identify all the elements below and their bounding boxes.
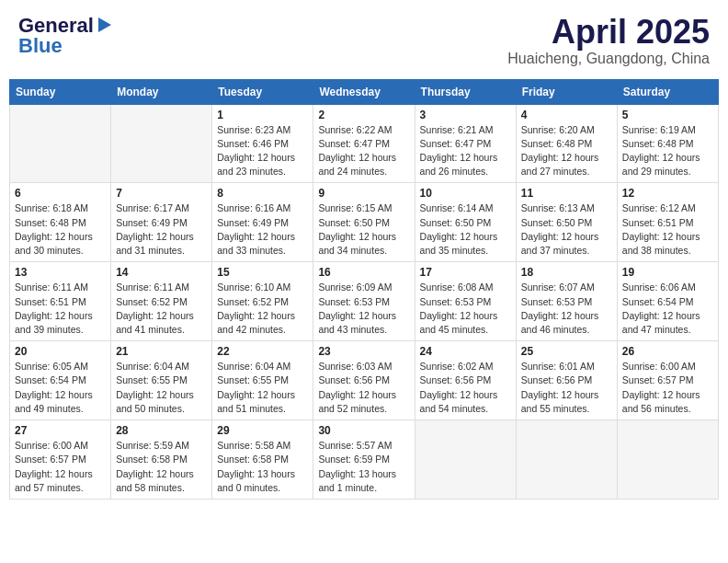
day-number: 13 [15, 266, 106, 279]
day-detail: Sunrise: 6:18 AMSunset: 6:48 PMDaylight:… [15, 201, 106, 258]
logo-triangle-icon [95, 16, 111, 34]
calendar-cell: 19Sunrise: 6:06 AMSunset: 6:54 PMDayligh… [617, 262, 718, 341]
day-number: 24 [420, 345, 511, 358]
day-detail: Sunrise: 5:58 AMSunset: 6:58 PMDaylight:… [217, 439, 308, 495]
day-number: 9 [318, 187, 409, 200]
calendar-cell: 17Sunrise: 6:08 AMSunset: 6:53 PMDayligh… [415, 262, 516, 341]
calendar-cell: 8Sunrise: 6:16 AMSunset: 6:49 PMDaylight… [212, 183, 313, 262]
calendar-cell: 30Sunrise: 5:57 AMSunset: 6:59 PMDayligh… [313, 420, 415, 500]
logo: General Blue [18, 14, 111, 58]
day-number: 1 [217, 109, 308, 121]
day-number: 22 [217, 345, 308, 358]
day-detail: Sunrise: 6:11 AMSunset: 6:52 PMDaylight:… [116, 281, 207, 337]
calendar-cell: 4Sunrise: 6:20 AMSunset: 6:48 PMDaylight… [516, 104, 617, 183]
weekday-header-friday: Friday [516, 79, 617, 104]
weekday-header-sunday: Sunday [10, 79, 111, 104]
calendar-cell: 29Sunrise: 5:58 AMSunset: 6:58 PMDayligh… [212, 420, 313, 500]
day-detail: Sunrise: 5:57 AMSunset: 6:59 PMDaylight:… [318, 439, 409, 495]
day-number: 15 [217, 266, 308, 279]
calendar-cell: 5Sunrise: 6:19 AMSunset: 6:48 PMDaylight… [617, 104, 718, 183]
calendar-cell: 7Sunrise: 6:17 AMSunset: 6:49 PMDaylight… [111, 183, 212, 262]
day-number: 17 [420, 266, 511, 279]
day-number: 8 [217, 187, 308, 200]
day-number: 28 [116, 424, 207, 437]
calendar-cell: 21Sunrise: 6:04 AMSunset: 6:55 PMDayligh… [111, 341, 212, 420]
title-area: April 2025 Huaicheng, Guangdong, China [507, 14, 710, 67]
calendar-cell: 14Sunrise: 6:11 AMSunset: 6:52 PMDayligh… [111, 262, 212, 341]
calendar-cell: 16Sunrise: 6:09 AMSunset: 6:53 PMDayligh… [313, 262, 415, 341]
day-detail: Sunrise: 6:22 AMSunset: 6:47 PMDaylight:… [318, 123, 409, 179]
calendar-cell: 25Sunrise: 6:01 AMSunset: 6:56 PMDayligh… [516, 341, 617, 420]
day-number: 25 [521, 345, 612, 358]
calendar-cell: 3Sunrise: 6:21 AMSunset: 6:47 PMDaylight… [415, 104, 516, 183]
day-number: 11 [521, 187, 612, 200]
calendar-week-row: 1Sunrise: 6:23 AMSunset: 6:46 PMDaylight… [10, 104, 719, 183]
day-number: 20 [15, 345, 106, 358]
day-detail: Sunrise: 6:10 AMSunset: 6:52 PMDaylight:… [217, 281, 308, 337]
weekday-header-monday: Monday [111, 79, 212, 104]
day-number: 6 [15, 187, 106, 200]
calendar-cell: 10Sunrise: 6:14 AMSunset: 6:50 PMDayligh… [415, 183, 516, 262]
weekday-header-saturday: Saturday [617, 79, 718, 104]
day-detail: Sunrise: 6:00 AMSunset: 6:57 PMDaylight:… [15, 439, 106, 495]
weekday-header-thursday: Thursday [415, 79, 516, 104]
month-title: April 2025 [507, 14, 710, 51]
calendar-cell: 9Sunrise: 6:15 AMSunset: 6:50 PMDaylight… [313, 183, 415, 262]
day-number: 27 [15, 424, 106, 437]
calendar-week-row: 6Sunrise: 6:18 AMSunset: 6:48 PMDaylight… [10, 183, 719, 262]
calendar-cell: 15Sunrise: 6:10 AMSunset: 6:52 PMDayligh… [212, 262, 313, 341]
day-number: 5 [622, 109, 713, 121]
calendar-cell: 11Sunrise: 6:13 AMSunset: 6:50 PMDayligh… [516, 183, 617, 262]
calendar-cell: 22Sunrise: 6:04 AMSunset: 6:55 PMDayligh… [212, 341, 313, 420]
day-number: 21 [116, 345, 207, 358]
day-detail: Sunrise: 6:02 AMSunset: 6:56 PMDaylight:… [420, 360, 511, 416]
calendar-header-row: SundayMondayTuesdayWednesdayThursdayFrid… [10, 79, 719, 104]
day-number: 18 [521, 266, 612, 279]
day-number: 7 [116, 187, 207, 200]
calendar-cell: 13Sunrise: 6:11 AMSunset: 6:51 PMDayligh… [10, 262, 111, 341]
day-detail: Sunrise: 6:04 AMSunset: 6:55 PMDaylight:… [116, 360, 207, 416]
day-detail: Sunrise: 6:07 AMSunset: 6:53 PMDaylight:… [521, 281, 612, 337]
calendar-cell: 6Sunrise: 6:18 AMSunset: 6:48 PMDaylight… [10, 183, 111, 262]
day-number: 12 [622, 187, 713, 200]
day-number: 14 [116, 266, 207, 279]
day-detail: Sunrise: 6:12 AMSunset: 6:51 PMDaylight:… [622, 201, 713, 258]
location-subtitle: Huaicheng, Guangdong, China [507, 51, 710, 67]
svg-marker-0 [98, 17, 111, 32]
day-detail: Sunrise: 6:21 AMSunset: 6:47 PMDaylight:… [420, 123, 511, 179]
day-detail: Sunrise: 6:19 AMSunset: 6:48 PMDaylight:… [622, 123, 713, 179]
calendar-cell [516, 420, 617, 500]
day-detail: Sunrise: 6:01 AMSunset: 6:56 PMDaylight:… [521, 360, 612, 416]
weekday-header-wednesday: Wednesday [313, 79, 415, 104]
calendar-week-row: 20Sunrise: 6:05 AMSunset: 6:54 PMDayligh… [10, 341, 719, 420]
calendar-cell: 18Sunrise: 6:07 AMSunset: 6:53 PMDayligh… [516, 262, 617, 341]
day-detail: Sunrise: 6:17 AMSunset: 6:49 PMDaylight:… [116, 201, 207, 258]
day-number: 2 [318, 109, 409, 121]
day-detail: Sunrise: 6:00 AMSunset: 6:57 PMDaylight:… [622, 360, 713, 416]
page-header: General Blue April 2025 Huaicheng, Guang… [9, 9, 719, 72]
calendar-cell: 23Sunrise: 6:03 AMSunset: 6:56 PMDayligh… [313, 341, 415, 420]
calendar-week-row: 13Sunrise: 6:11 AMSunset: 6:51 PMDayligh… [10, 262, 719, 341]
day-detail: Sunrise: 6:23 AMSunset: 6:46 PMDaylight:… [217, 123, 308, 179]
day-detail: Sunrise: 6:15 AMSunset: 6:50 PMDaylight:… [318, 201, 409, 258]
calendar-cell: 12Sunrise: 6:12 AMSunset: 6:51 PMDayligh… [617, 183, 718, 262]
day-number: 3 [420, 109, 511, 121]
day-number: 10 [420, 187, 511, 200]
day-detail: Sunrise: 6:03 AMSunset: 6:56 PMDaylight:… [318, 360, 409, 416]
calendar-cell: 1Sunrise: 6:23 AMSunset: 6:46 PMDaylight… [212, 104, 313, 183]
day-detail: Sunrise: 6:11 AMSunset: 6:51 PMDaylight:… [15, 281, 106, 337]
day-detail: Sunrise: 6:06 AMSunset: 6:54 PMDaylight:… [622, 281, 713, 337]
day-detail: Sunrise: 6:13 AMSunset: 6:50 PMDaylight:… [521, 201, 612, 258]
day-number: 4 [521, 109, 612, 121]
day-number: 26 [622, 345, 713, 358]
calendar-cell: 28Sunrise: 5:59 AMSunset: 6:58 PMDayligh… [111, 420, 212, 500]
calendar-cell [617, 420, 718, 500]
logo-blue-text: Blue [18, 34, 63, 58]
day-detail: Sunrise: 6:16 AMSunset: 6:49 PMDaylight:… [217, 201, 308, 258]
day-detail: Sunrise: 6:08 AMSunset: 6:53 PMDaylight:… [420, 281, 511, 337]
day-detail: Sunrise: 6:04 AMSunset: 6:55 PMDaylight:… [217, 360, 308, 416]
day-number: 23 [318, 345, 409, 358]
day-detail: Sunrise: 5:59 AMSunset: 6:58 PMDaylight:… [116, 439, 207, 495]
day-detail: Sunrise: 6:09 AMSunset: 6:53 PMDaylight:… [318, 281, 409, 337]
calendar-cell [10, 104, 111, 183]
